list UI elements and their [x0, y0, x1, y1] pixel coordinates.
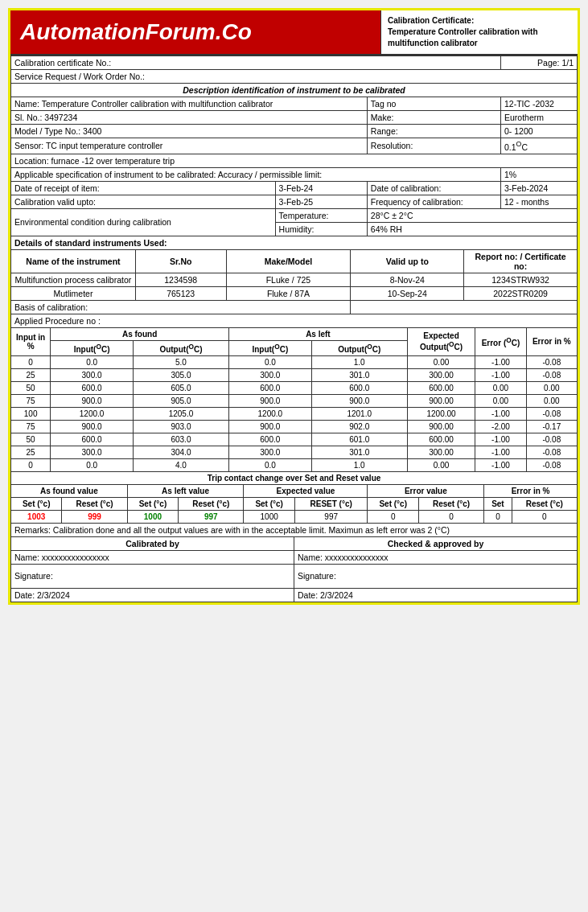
- service-request-label: Service Request / Work Order No.:: [11, 70, 578, 84]
- trip-err-set-label: Set (°c): [368, 497, 418, 510]
- name-row: Name: Temperature Controller calibration…: [11, 97, 578, 111]
- applicable-label: Applicable specification of instrument t…: [11, 167, 501, 181]
- cal-input-pct-4: 100: [11, 407, 51, 420]
- cal-header-output-c: Output(OC): [133, 340, 228, 355]
- sign-date-row: Date: 2/3/2024 Date: 2/3/2024: [11, 588, 578, 602]
- basis-label: Basis of calibration:: [11, 300, 351, 314]
- cal-input-c-3: 900.0: [51, 394, 134, 407]
- cal-input-c-0: 0.0: [51, 355, 134, 368]
- trip-errpct-set-label: Set: [484, 497, 512, 510]
- degree-superscript: O: [516, 140, 522, 148]
- trip-table: Trip contact change over Set and Reset v…: [10, 471, 578, 524]
- cal-exp-output-c-8: 0.00: [407, 458, 475, 471]
- trip-al-reset-value: 997: [179, 510, 244, 523]
- description-title-row: Description identification of instrument…: [11, 84, 578, 97]
- basis-value: [351, 300, 578, 314]
- cal-input-pct-5: 75: [11, 420, 51, 433]
- cert-subtitle: Temperature Controller calibration with …: [388, 27, 571, 49]
- cal-exp-output-c-4: 1200.00: [407, 407, 475, 420]
- applicable-value: 1%: [500, 167, 577, 181]
- checked-by-sig: Signature:: [294, 564, 578, 588]
- std-header-report: Report no: / Certificate no:: [464, 249, 578, 273]
- trip-al-set-value: 1000: [127, 510, 178, 523]
- cal-row-1: 25 300.0 305.0 300.0 301.0 300.00 -1.00 …: [11, 368, 578, 381]
- checked-by-name: Name: xxxxxxxxxxxxxxx: [294, 550, 578, 564]
- std-report-2: 2022STR0209: [464, 286, 578, 300]
- cal-al-output-c-5: 902.0: [311, 420, 407, 433]
- make-value: Eurotherm: [500, 111, 577, 125]
- std-srno-2: 765123: [135, 286, 226, 300]
- standards-header-row: Name of the instrument Sr.No Make/Model …: [11, 249, 578, 273]
- sensor-row: Sensor: TC input temperature controller …: [11, 138, 578, 154]
- cal-input-c-1: 300.0: [51, 368, 134, 381]
- calibrated-by-name: Name: xxxxxxxxxxxxxxxx: [11, 550, 294, 564]
- cal-error-pct-0: -0.08: [526, 355, 577, 368]
- sensor-label: Sensor: TC input temperature controller: [11, 138, 368, 154]
- cal-header-error-c: Error (OC): [475, 327, 526, 355]
- frequency-label: Frequency of calibration:: [367, 195, 500, 208]
- cal-header-al-output-c: Output(OC): [311, 340, 407, 355]
- remarks-text: Remarks: Calibration done and all the ou…: [11, 523, 578, 536]
- sl-no-row: Sl. No.: 3497234 Make: Eurotherm: [11, 111, 578, 125]
- std-name-1: Multifunction process calibrator: [11, 273, 136, 286]
- cal-output-c-3: 905.0: [133, 394, 228, 407]
- cal-input-c-2: 600.0: [51, 381, 134, 394]
- trip-exp-set-label: Set (°c): [244, 497, 294, 510]
- cal-error-c-4: -1.00: [475, 407, 526, 420]
- cal-error-c-5: -2.00: [475, 420, 526, 433]
- trip-err-set-value: 0: [368, 510, 418, 523]
- cal-error-c-6: -1.00: [475, 433, 526, 446]
- cal-input-c-5: 900.0: [51, 420, 134, 433]
- cal-error-pct-6: -0.08: [526, 433, 577, 446]
- trip-header-error-pct: Error in %: [484, 484, 578, 497]
- cal-al-output-c-6: 601.0: [311, 433, 407, 446]
- cal-exp-output-c-5: 900.00: [407, 420, 475, 433]
- calibrated-by-title: Calibrated by: [11, 536, 294, 550]
- cal-exp-output-c-3: 900.00: [407, 394, 475, 407]
- remarks-table: Remarks: Calibration done and all the ou…: [10, 523, 578, 537]
- valid-upto-value: 3-Feb-25: [275, 195, 367, 208]
- instrument-name: Name: Temperature Controller calibration…: [11, 97, 368, 111]
- cal-error-pct-3: 0.00: [526, 394, 577, 407]
- cal-output-c-6: 603.0: [133, 433, 228, 446]
- cal-al-output-c-4: 1201.0: [311, 407, 407, 420]
- sign-sig-row: Signature: Signature:: [11, 564, 578, 588]
- cal-al-input-c-3: 900.0: [229, 394, 312, 407]
- cert-no-label: Calibration certificate No.:: [11, 56, 501, 70]
- header: AutomationForum.Co Calibration Certifica…: [10, 10, 578, 55]
- cal-al-input-c-8: 0.0: [229, 458, 312, 471]
- cal-row-5: 75 900.0 903.0 900.0 902.0 900.00 -2.00 …: [11, 420, 578, 433]
- cal-al-output-c-2: 600.0: [311, 381, 407, 394]
- cal-date-label: Date of calibration:: [367, 181, 500, 195]
- temp-label: Temperature:: [275, 208, 367, 222]
- model-label: Model / Type No.: 3400: [11, 125, 368, 138]
- cal-input-pct-0: 0: [11, 355, 51, 368]
- temp-value: 28°C ± 2°C: [367, 208, 577, 222]
- cal-input-c-6: 600.0: [51, 433, 134, 446]
- checked-by-date: Date: 2/3/2024: [294, 588, 578, 602]
- trip-al-set-label: Set (°c): [127, 497, 178, 510]
- std-valid-2: 10-Sep-24: [351, 286, 464, 300]
- trip-exp-reset-value: 997: [294, 510, 368, 523]
- cal-header-input-pct: Input in %: [11, 327, 51, 355]
- trip-title: Trip contact change over Set and Reset v…: [11, 471, 578, 484]
- dates-row: Date of receipt of item: 3-Feb-24 Date o…: [11, 181, 578, 195]
- cal-error-pct-7: -0.08: [526, 446, 577, 458]
- cal-error-pct-1: -0.08: [526, 368, 577, 381]
- procedure-label: Applied Procedure no :: [11, 314, 578, 327]
- cal-row-4: 100 1200.0 1205.0 1200.0 1201.0 1200.00 …: [11, 407, 578, 420]
- sign-name-row: Name: xxxxxxxxxxxxxxxx Name: xxxxxxxxxxx…: [11, 550, 578, 564]
- cal-error-pct-4: -0.08: [526, 407, 577, 420]
- cal-exp-output-c-2: 600.00: [407, 381, 475, 394]
- cal-error-c-8: -1.00: [475, 458, 526, 471]
- cal-row-8: 0 0.0 4.0 0.0 1.0 0.00 -1.00 -0.08: [11, 458, 578, 471]
- std-name-2: Mutlimeter: [11, 286, 136, 300]
- cal-input-pct-1: 25: [11, 368, 51, 381]
- std-header-name: Name of the instrument: [11, 249, 136, 273]
- cal-input-pct-7: 25: [11, 446, 51, 458]
- humidity-label: Humidity:: [275, 222, 367, 236]
- standards-table: Name of the instrument Sr.No Make/Model …: [10, 249, 578, 328]
- cal-input-c-8: 0.0: [51, 458, 134, 471]
- tag-no-label: Tag no: [367, 97, 500, 111]
- std-row-2: Mutlimeter 765123 Fluke / 87A 10-Sep-24 …: [11, 286, 578, 300]
